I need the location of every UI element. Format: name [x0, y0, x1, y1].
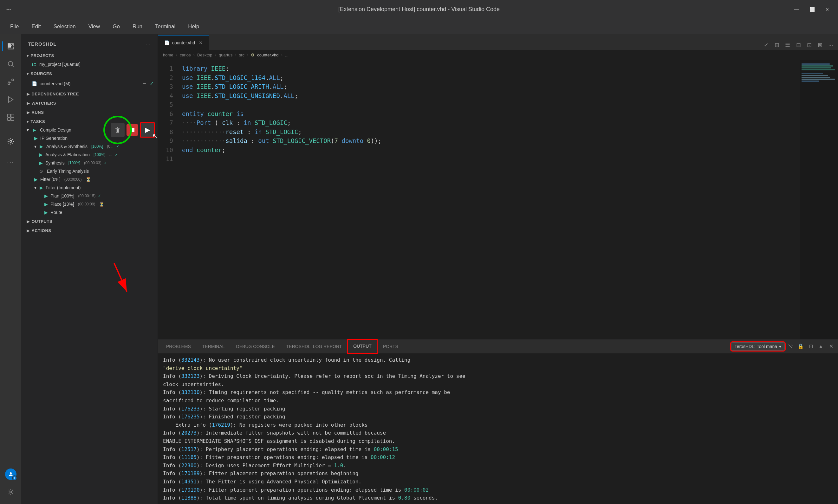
- plan-label: Plan [100%]: [50, 193, 74, 198]
- menu-run[interactable]: Run: [127, 21, 147, 32]
- breadcrumb-quartus[interactable]: quartus: [219, 53, 232, 57]
- ae-status: [100%]: [93, 152, 105, 157]
- output-line-11: ENABLE_INTERMEDIATE_SNAPSHOTS QSF assign…: [163, 437, 833, 445]
- output-channel-dropdown[interactable]: TerosHDL: Tool mana ▾: [731, 342, 785, 350]
- project-item[interactable]: 🗂 my_project [Quartus]: [21, 60, 158, 69]
- source-remove-btn[interactable]: –: [142, 80, 147, 87]
- breadcrumb-desktop[interactable]: Desktop: [197, 53, 212, 57]
- toggle-panel-btn[interactable]: ⊠: [815, 40, 825, 50]
- panel-output-content[interactable]: Info (332143): No user constrained clock…: [158, 354, 838, 504]
- more-tab-actions[interactable]: ···: [826, 40, 836, 50]
- menu-go[interactable]: Go: [107, 21, 125, 32]
- projects-chevron: ▾: [26, 54, 29, 58]
- sidebar-more-btn[interactable]: ···: [144, 39, 153, 48]
- section-sources[interactable]: ▾ SOURCES: [21, 69, 158, 78]
- tab-terminal[interactable]: TERMINAL: [197, 340, 231, 354]
- tab-problems[interactable]: PROBLEMS: [160, 340, 197, 354]
- task-early-timing[interactable]: ⊙ Early Timing Analysis: [21, 167, 158, 175]
- source-file-icon: 📄: [32, 81, 37, 86]
- breadcrumb-file[interactable]: counter.vhd: [257, 53, 279, 57]
- menu-selection[interactable]: Selection: [49, 21, 81, 32]
- window-menu[interactable]: •••: [6, 7, 11, 12]
- panel-maximize-btn[interactable]: ▲: [817, 342, 825, 351]
- activity-extensions[interactable]: [2, 109, 19, 126]
- syn-label: Synthesis: [45, 160, 65, 165]
- compile-expand-chevron: ▾: [26, 127, 29, 132]
- section-dependencies[interactable]: ▶ DEPENDENCIES TREE: [21, 89, 158, 98]
- route-label: Route: [50, 210, 62, 215]
- section-outputs[interactable]: ▶ OUTPUTS: [21, 216, 158, 226]
- activity-source-control[interactable]: [2, 74, 19, 90]
- menu-edit[interactable]: Edit: [26, 21, 46, 32]
- title-bar: ••• [Extension Development Host] counter…: [0, 0, 838, 19]
- menu-help[interactable]: Help: [183, 21, 204, 32]
- tab-close-btn[interactable]: ✕: [199, 40, 202, 45]
- section-runs[interactable]: ▶ RUNS: [21, 107, 158, 116]
- code-line-8: ············reset : in STD_LOGIC;: [182, 127, 795, 137]
- section-actions[interactable]: ▶ ACTIONS: [21, 226, 158, 235]
- avatar[interactable]: 1: [5, 468, 17, 480]
- breadcrumb: home › carlos › Desktop › quartus › src …: [158, 50, 838, 60]
- panel-clear-btn[interactable]: [786, 342, 795, 351]
- task-place[interactable]: ▶ Place [13%] (00:00:09) ⏳: [21, 200, 158, 208]
- ae-play: ▶: [39, 152, 43, 157]
- minimize-button[interactable]: [792, 5, 801, 14]
- tab-output[interactable]: OUTPUT: [347, 340, 377, 354]
- section-watchers[interactable]: ▶ WATCHERS: [21, 98, 158, 107]
- split-editor-btn[interactable]: ⊞: [772, 40, 782, 50]
- task-route[interactable]: ▶ Route: [21, 208, 158, 216]
- close-button[interactable]: [823, 5, 832, 14]
- activity-explorer[interactable]: [2, 38, 19, 55]
- tab-debug-console[interactable]: DEBUG CONSOLE: [231, 340, 281, 354]
- tab-counter-vhd[interactable]: 📄 counter.vhd ✕: [158, 35, 209, 50]
- source-check-btn[interactable]: ✓: [148, 80, 155, 87]
- task-analysis-elaboration[interactable]: ▶ Analysis & Elaboration [100%] ... ✓: [21, 150, 158, 159]
- code-editor[interactable]: 1234 5678 91011 library IEEE; use IEEE.S…: [158, 60, 838, 339]
- tab-teroshdl-log[interactable]: TEROSHDL: LOG REPORT: [281, 340, 348, 354]
- task-ip-generation[interactable]: ▶ IP Generation: [21, 134, 158, 142]
- place-play: ▶: [44, 202, 48, 207]
- activity-more[interactable]: ···: [2, 154, 19, 170]
- menu-file[interactable]: File: [5, 21, 24, 32]
- breadcrumb-carlos[interactable]: carlos: [180, 53, 191, 57]
- panel-copy-btn[interactable]: ⊡: [806, 342, 815, 351]
- activity-search[interactable]: [2, 56, 19, 72]
- diff-btn[interactable]: ⊟: [794, 40, 803, 50]
- task-fitter-implement[interactable]: ▾ ▶ Fitter (Implement): [21, 183, 158, 192]
- task-synthesis[interactable]: ▶ Synthesis [100%] (00:00:03) ✓: [21, 159, 158, 167]
- maximize-button[interactable]: [807, 5, 817, 14]
- output-line-2: "derive_clock_uncertainty": [163, 364, 833, 373]
- activity-settings[interactable]: [2, 484, 19, 500]
- breadcrumb-toggle[interactable]: ☰: [783, 40, 792, 50]
- task-plan[interactable]: ▶ Plan [100%] (00:00:15) ✓: [21, 192, 158, 200]
- check-btn[interactable]: ✓: [761, 40, 771, 50]
- eta-spinner: ⊙: [39, 169, 43, 174]
- code-content[interactable]: library IEEE; use IEEE.STD_LOGIC_1164.AL…: [177, 60, 800, 339]
- compile-play-icon: ▶: [33, 127, 36, 132]
- activity-debug[interactable]: [2, 91, 19, 108]
- svg-point-12: [10, 491, 12, 493]
- breadcrumb-more[interactable]: ...: [285, 53, 288, 57]
- menu-view[interactable]: View: [83, 21, 105, 32]
- task-fitter-0[interactable]: ▶ Fitter [0%] (00:00:00) ⏳: [21, 175, 158, 183]
- task-compile-design[interactable]: ▾ ▶ Compile Design 🗑 ▶: [21, 126, 158, 134]
- editor-panel-split: 1234 5678 91011 library IEEE; use IEEE.S…: [158, 60, 838, 504]
- section-projects[interactable]: ▾ PROJECTS: [21, 51, 158, 60]
- task-analysis-synthesis[interactable]: ▾ ▶ Analysis & Synthesis [100%] (0... ✓: [21, 142, 158, 150]
- actions-label: ACTIONS: [32, 228, 51, 233]
- panel-close-btn[interactable]: ✕: [826, 342, 836, 351]
- activity-teroshdl[interactable]: [2, 133, 19, 150]
- project-name: my_project [Quartus]: [39, 62, 81, 67]
- stop-icon: [130, 128, 135, 132]
- activity-account[interactable]: 1: [2, 466, 19, 483]
- code-line-5: [182, 100, 795, 109]
- breadcrumb-home[interactable]: home: [163, 53, 174, 57]
- menu-terminal[interactable]: Terminal: [150, 21, 180, 32]
- source-file-actions: – ✓: [142, 80, 155, 87]
- split-right-btn[interactable]: ⊡: [804, 40, 814, 50]
- panel-lock-btn[interactable]: 🔒: [796, 342, 805, 351]
- output-line-13: Info (11165): Fitter preparation operati…: [163, 453, 833, 462]
- source-file-counter[interactable]: 📄 counter.vhd (M) – ✓: [21, 78, 158, 89]
- breadcrumb-src[interactable]: src: [239, 53, 245, 57]
- tab-ports[interactable]: PORTS: [377, 340, 404, 354]
